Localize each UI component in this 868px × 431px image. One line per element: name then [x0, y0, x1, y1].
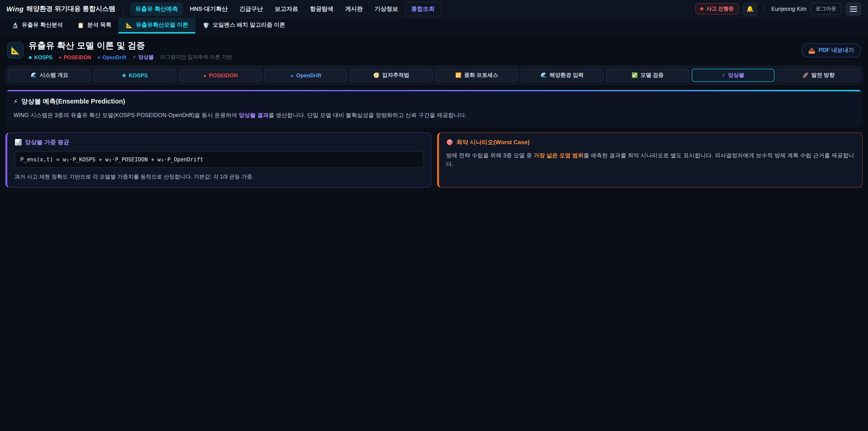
triangular-ruler-icon: 📐: [11, 46, 20, 55]
current-username: Eunjeong Kim: [771, 6, 807, 12]
sub-tab-bar: 🔬 유출유 확산분석 📋 분석 목록 📐 유출유확산모델 이론 🛡️ 오일펜스 …: [0, 18, 868, 34]
app-title: 해양환경 위기대응 통합시스템: [26, 4, 115, 13]
lightning-icon: ⚡: [722, 72, 725, 78]
incident-status-badge[interactable]: 사고 진행중: [695, 3, 739, 14]
worst-case-card: 🎯 최악 시나리오(Worst Case) 방제 전략 수립을 위해 3종 모델…: [437, 132, 863, 188]
theory-subnote: 라그랑지안 입자추적 이론 기반: [160, 54, 232, 61]
wave-icon: 🌊: [541, 72, 547, 78]
chip-system-overview[interactable]: 🌊 시스템 개요: [8, 69, 91, 82]
check-icon: ✅: [631, 72, 638, 78]
highlight-widest-range: 가장 넓은 오염 범위: [534, 152, 584, 159]
tab-label: 유출유확산모델 이론: [136, 21, 188, 29]
diamond-icon: ◆: [122, 72, 126, 78]
chip-opendrift[interactable]: ● OpenDrift: [265, 69, 347, 82]
diamond-icon: ◆: [29, 55, 32, 60]
chip-future-direction[interactable]: 🚀 발전 방향: [777, 69, 860, 82]
triangular-ruler-icon: 📐: [126, 22, 133, 28]
worst-case-description: 방제 전략 수립을 위해 3종 모델 중 가장 넓은 오염 범위를 예측한 결과…: [446, 151, 855, 169]
lightning-icon: ⚡: [133, 55, 136, 60]
bell-icon: 🔔: [746, 5, 754, 12]
section-chip-nav: 🌊 시스템 개요 ◆ KOSPS ● POSEIDON ● OpenDrift …: [5, 66, 863, 85]
bar-chart-icon: 📊: [14, 139, 22, 146]
menu-item-emergency-rescue[interactable]: 긴급구난: [235, 2, 268, 16]
page-icon-box: 📐: [7, 42, 24, 58]
chip-model-validation[interactable]: ✅ 모델 검증: [606, 69, 689, 82]
tab-label: 오일펜스 배치 알고리즘 이론: [213, 21, 285, 29]
weighted-average-heading: 📊 앙상블 가중 평균: [14, 138, 423, 147]
tab-label: 유출유 확산분석: [22, 21, 63, 29]
page-header: 📐 유출유 확산 모델 이론 및 검증 ◆ KOSPS ● POSEIDON ●…: [0, 34, 868, 65]
divider: [123, 5, 123, 13]
shield-icon: 🛡️: [203, 22, 210, 28]
title-block: 유출유 확산 모델 이론 및 검증 ◆ KOSPS ● POSEIDON ● O…: [29, 40, 232, 61]
wing-logo: Wing: [6, 5, 24, 13]
weighted-average-card: 📊 앙상블 가중 평균 P_ens(x,t) = w₁·P_KOSPS + w₂…: [5, 132, 431, 188]
worst-case-heading: 🎯 최악 시나리오(Worst Case): [446, 138, 855, 147]
topbar-right: 사고 진행중 🔔 Eunjeong Kim 로그아웃: [695, 2, 862, 16]
page-title: 유출유 확산 모델 이론 및 검증: [29, 40, 232, 52]
tab-oil-fence-algorithm-theory[interactable]: 🛡️ 오일펜스 배치 알고리즘 이론: [195, 18, 292, 33]
circle-icon: ●: [59, 55, 61, 60]
circle-icon: ●: [203, 72, 206, 78]
rocket-icon: 🚀: [802, 72, 809, 78]
model-badges: ◆ KOSPS ● POSEIDON ● OpenDrift ⚡ 앙상블 라그랑…: [29, 54, 232, 61]
menu-item-board[interactable]: 게시판: [340, 2, 368, 16]
menu-item-weather-info[interactable]: 기상정보: [370, 2, 403, 16]
badge-ensemble: ⚡ 앙상블: [133, 54, 154, 61]
highlight-ensemble-result: 앙상블 결과: [239, 112, 269, 118]
pdf-export-label: PDF 내보내기: [818, 46, 854, 54]
pdf-export-button[interactable]: 📤 PDF 내보내기: [802, 43, 861, 57]
weighted-average-note: 과거 사고 재현 정확도 기반으로 각 모델별 가중치를 동적으로 산정합니다.…: [14, 173, 423, 181]
ensemble-section: ⚡ 앙상블 예측(Ensemble Prediction) WING 시스템은 …: [5, 90, 863, 127]
logout-button[interactable]: 로그아웃: [811, 3, 841, 15]
menu-item-aerial-search[interactable]: 항공탐색: [305, 2, 338, 16]
compass-icon: 🧭: [373, 72, 379, 78]
app-root: Wing 해양환경 위기대응 통합시스템 유출유 확산예측 HNS·대기확산 긴…: [0, 0, 868, 431]
chip-poseidon[interactable]: ● POSEIDON: [179, 69, 262, 82]
menu-item-oil-spill-prediction[interactable]: 유출유 확산예측: [130, 2, 183, 16]
repeat-icon: 🔁: [455, 72, 461, 78]
badge-poseidon: ● POSEIDON: [59, 55, 91, 60]
notification-bell-button[interactable]: 🔔: [743, 2, 757, 16]
menu-item-reports[interactable]: 보고자료: [270, 2, 303, 16]
chip-marine-env-input[interactable]: 🌊 해양환경 입력: [521, 69, 603, 82]
tab-label: 분석 목록: [87, 21, 112, 29]
chip-ensemble[interactable]: ⚡ 앙상블: [692, 69, 774, 82]
hamburger-menu-button[interactable]: [845, 2, 862, 16]
target-icon: 🎯: [446, 139, 453, 146]
tab-analysis-list[interactable]: 📋 분석 목록: [70, 18, 119, 33]
lightning-icon: ⚡: [13, 98, 18, 105]
tab-spill-analysis[interactable]: 🔬 유출유 확산분석: [4, 18, 70, 33]
ensemble-formula: P_ens(x,t) = w₁·P_KOSPS + w₂·P_POSEIDON …: [14, 151, 423, 168]
badge-kosps: ◆ KOSPS: [29, 55, 53, 60]
tab-spill-model-theory[interactable]: 📐 유출유확산모델 이론: [119, 18, 195, 33]
badge-opendrift: ● OpenDrift: [97, 55, 126, 60]
ensemble-cards-row: 📊 앙상블 가중 평균 P_ens(x,t) = w₁·P_KOSPS + w₂…: [5, 132, 863, 188]
incident-badge-label: 사고 진행중: [706, 5, 734, 12]
brand[interactable]: Wing 해양환경 위기대응 통합시스템: [6, 4, 115, 13]
menu-item-hns-diffusion[interactable]: HNS·대기확산: [185, 2, 232, 16]
chip-kosps[interactable]: ◆ KOSPS: [94, 69, 176, 82]
chip-particle-tracking[interactable]: 🧭 입자추적법: [350, 69, 433, 82]
chip-weathering-process[interactable]: 🔁 풍화 프로세스: [435, 69, 518, 82]
menu-item-integrated-search[interactable]: 통합조회: [405, 2, 441, 16]
status-dot-icon: [701, 7, 704, 10]
divider: [764, 5, 765, 13]
hamburger-icon: [850, 6, 857, 7]
microscope-icon: 🔬: [12, 22, 19, 28]
ensemble-section-heading: ⚡ 앙상블 예측(Ensemble Prediction): [13, 97, 855, 106]
circle-icon: ●: [97, 55, 100, 60]
main-menu: 유출유 확산예측 HNS·대기확산 긴급구난 보고자료 항공탐색 게시판 기상정…: [130, 2, 441, 16]
export-icon: 📤: [808, 47, 815, 54]
top-navigation-bar: Wing 해양환경 위기대응 통합시스템 유출유 확산예측 HNS·대기확산 긴…: [0, 0, 868, 18]
clipboard-icon: 📋: [77, 22, 84, 28]
circle-icon: ●: [290, 72, 293, 78]
ensemble-section-description: WING 시스템은 3종의 유출유 확산 모델(KOSPS·POSEIDON·O…: [13, 111, 855, 120]
wave-icon: 🌊: [31, 72, 37, 78]
